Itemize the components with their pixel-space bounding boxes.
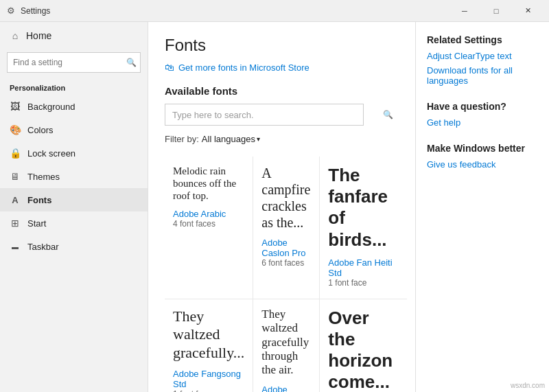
sidebar-item-home[interactable]: ⌂ Home — [0, 22, 148, 49]
start-icon: ⊞ — [10, 218, 21, 229]
colors-icon: 🎨 — [10, 124, 21, 135]
background-icon: 🖼 — [10, 101, 21, 112]
download-fonts-link[interactable]: Download fonts for all languages — [427, 65, 538, 86]
related-settings-title: Related Settings — [427, 34, 538, 45]
font-search-input[interactable] — [165, 104, 364, 126]
sidebar-item-colors[interactable]: 🎨 Colors — [0, 118, 148, 141]
watermark: wsxdn.com — [511, 382, 545, 389]
titlebar-title: Settings — [21, 6, 449, 16]
sidebar-item-background[interactable]: 🖼 Background — [0, 95, 148, 118]
available-fonts-label: Available fonts — [165, 85, 399, 97]
font-card: They waltzed gracefully... Adobe Fangson… — [165, 299, 253, 392]
question-title: Have a question? — [427, 101, 538, 112]
sidebar-item-label: Taskbar — [27, 242, 59, 252]
home-label: Home — [26, 30, 51, 41]
get-more-label: Get more fonts in Microsoft Store — [178, 62, 309, 73]
filter-language-dropdown[interactable]: All languages ▾ — [202, 134, 260, 144]
font-card: The fanfare of birds... Adobe Fan Heiti … — [320, 157, 407, 299]
give-feedback-link[interactable]: Give us feedback — [427, 159, 538, 170]
sidebar-item-label: Colors — [27, 125, 54, 135]
filter-value: All languages — [202, 134, 255, 144]
make-windows-better-title: Make Windows better — [427, 143, 538, 154]
fonts-icon: A — [10, 194, 21, 205]
font-preview: Over the horizon come... — [328, 308, 399, 392]
panel-divider-2 — [427, 132, 538, 143]
font-faces: 1 font face — [328, 278, 399, 288]
window-controls: ─ □ ✕ — [449, 0, 544, 22]
font-faces: 1 font face — [173, 389, 244, 392]
sidebar-search-container: 🔍 — [7, 52, 141, 73]
font-preview: They waltzed gracefully... — [173, 308, 244, 362]
settings-icon: ⚙ — [5, 5, 16, 16]
font-grid: Melodic rain bounces off the roof top. A… — [165, 157, 399, 392]
home-icon: ⌂ — [10, 30, 21, 41]
sidebar-item-lock-screen[interactable]: 🔒 Lock screen — [0, 141, 148, 165]
font-card: Melodic rain bounces off the roof top. A… — [165, 157, 253, 299]
sidebar-item-themes[interactable]: 🖥 Themes — [0, 165, 148, 188]
sidebar-item-label: Fonts — [27, 195, 51, 205]
font-name-link[interactable]: Adobe Arabic — [173, 209, 244, 219]
font-preview: Melodic rain bounces off the roof top. — [173, 165, 244, 202]
chevron-down-icon: ▾ — [257, 135, 260, 143]
close-button[interactable]: ✕ — [512, 0, 544, 22]
taskbar-icon: ▬ — [10, 241, 21, 252]
main-content: Fonts 🛍 Get more fonts in Microsoft Stor… — [148, 22, 415, 392]
font-name-link[interactable]: Adobe Fan Heiti Std — [328, 257, 399, 278]
font-preview: A campfire crackles as the... — [261, 165, 311, 231]
search-icon: 🔍 — [126, 58, 137, 67]
filter-row: Filter by: All languages ▾ — [165, 134, 399, 144]
app-body: ⌂ Home 🔍 Personalization 🖼 Background 🎨 … — [0, 22, 549, 392]
sidebar-item-taskbar[interactable]: ▬ Taskbar — [0, 235, 148, 258]
get-help-link[interactable]: Get help — [427, 117, 538, 128]
minimize-button[interactable]: ─ — [449, 0, 480, 22]
sidebar-item-label: Themes — [27, 172, 60, 182]
sidebar-item-label: Background — [27, 102, 75, 112]
font-name-link[interactable]: Adobe Fangsong Std — [173, 369, 244, 389]
search-input[interactable] — [7, 52, 141, 73]
sidebar-item-start[interactable]: ⊞ Start — [0, 211, 148, 235]
font-name-link[interactable]: Adobe Garamond Pro — [261, 384, 311, 392]
sidebar: ⌂ Home 🔍 Personalization 🖼 Background 🎨 … — [0, 22, 148, 392]
sidebar-item-label: Start — [27, 218, 46, 229]
font-name-link[interactable]: Adobe Caslon Pro — [261, 238, 311, 258]
font-card: They waltzed gracefully through the air.… — [253, 299, 320, 392]
section-label: Personalization — [0, 78, 148, 95]
font-faces: 4 font faces — [173, 219, 244, 229]
lock-screen-icon: 🔒 — [10, 148, 21, 159]
right-panel: Related Settings Adjust ClearType text D… — [415, 22, 549, 392]
panel-divider — [427, 90, 538, 101]
font-card: Over the horizon come... Adobe Gothic St… — [320, 299, 407, 392]
sidebar-item-label: Lock screen — [27, 148, 75, 159]
sidebar-item-fonts[interactable]: A Fonts — [0, 188, 148, 211]
font-search-container: 🔍 — [165, 104, 399, 126]
font-preview: The fanfare of birds... — [328, 165, 399, 251]
page-title: Fonts — [165, 36, 399, 55]
themes-icon: 🖥 — [10, 171, 21, 182]
font-search-icon: 🔍 — [383, 110, 393, 119]
get-more-fonts-link[interactable]: 🛍 Get more fonts in Microsoft Store — [165, 62, 399, 73]
font-preview: They waltzed gracefully through the air. — [261, 308, 311, 378]
titlebar: ⚙ Settings ─ □ ✕ — [0, 0, 549, 22]
filter-label: Filter by: — [165, 134, 199, 144]
maximize-button[interactable]: □ — [480, 0, 512, 22]
font-faces: 6 font faces — [261, 258, 311, 268]
store-icon: 🛍 — [165, 62, 174, 73]
adjust-cleartype-link[interactable]: Adjust ClearType text — [427, 51, 538, 61]
font-card: A campfire crackles as the... Adobe Casl… — [253, 157, 320, 299]
